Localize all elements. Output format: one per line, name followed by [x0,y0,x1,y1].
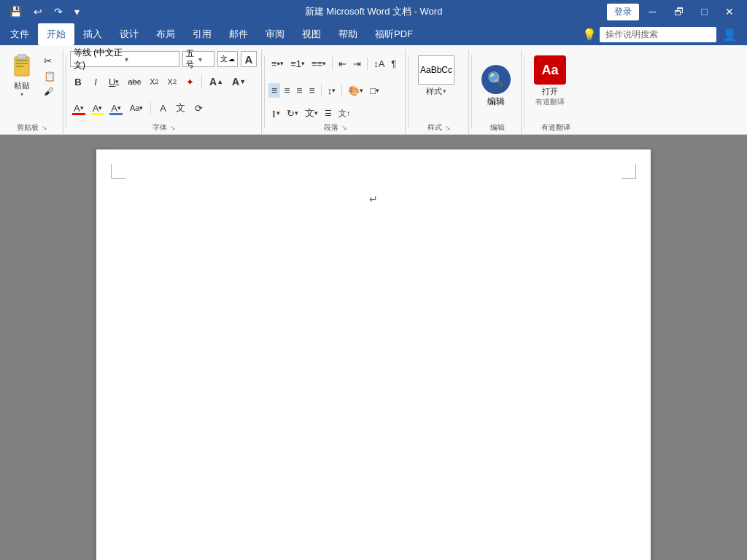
search-box[interactable]: 操作说明搜索 [600,27,716,42]
align-right-button[interactable]: ≡ [293,83,305,98]
multilevel-button[interactable]: ≡≡▾ [309,57,329,71]
save-quick-btn[interactable]: 💾 [6,4,26,19]
borders-button[interactable]: □▾ [367,84,382,98]
shrink-font-button[interactable]: A▼ [228,74,249,89]
cut-button[interactable]: ✂ [41,54,58,68]
youdao-open-label: 打开 [542,86,558,97]
superscript-button[interactable]: X2 [164,76,180,88]
clipboard-sub-buttons: ✂ 📋 🖌 [41,51,58,98]
cursor-mark: ↵ [369,193,378,205]
case-button[interactable]: Aa▾ [126,102,147,114]
styles-expand-icon[interactable]: ▾ [443,88,446,95]
styles-group: AaBbCc 样式 ▾ 样式 ↘ [411,50,469,134]
grow-font-button[interactable]: A▲ [206,74,227,89]
svg-rect-1 [18,55,26,59]
copy-icon: 📋 [44,71,55,82]
svg-rect-2 [16,60,28,61]
line-spacing-button[interactable]: ↕▾ [325,84,339,98]
paste-label: 粘贴 [14,80,30,91]
minimize-button[interactable]: ─ [642,3,664,20]
asian-layout-button[interactable]: 文▾ [302,105,321,121]
font-expand-btn[interactable]: ↘ [169,124,177,131]
dropdown-quick-btn[interactable]: ▾ [71,4,83,19]
sort-button[interactable]: ↕A [371,57,387,71]
underline-button[interactable]: U ▾ [105,75,123,89]
char-border-button[interactable]: A [155,101,171,115]
para-div4 [341,84,342,97]
font-size-arrow: ▾ [198,55,211,63]
menu-layout[interactable]: 布局 [147,23,184,45]
font-yun-button[interactable]: 文 ☁ [217,51,238,67]
font-A-button[interactable]: A [241,51,257,67]
edit-label: 编辑 [487,96,505,108]
window-title: 新建 Microsoft Word 文档 - Word [305,5,443,18]
menu-foxitpdf[interactable]: 福昕PDF [366,23,422,45]
quick-access-toolbar: 💾 ↩ ↷ ▾ [6,4,83,19]
divider2 [264,55,265,128]
columns-button[interactable]: ⫿▾ [268,106,283,120]
italic-button[interactable]: I [88,75,104,89]
text-direction-button[interactable]: ↻▾ [284,106,301,120]
edit-button[interactable]: 🔍 编辑 [476,61,516,112]
bullets-button[interactable]: ≡•▾ [268,57,287,71]
styles-button[interactable]: AaBbCc 样式 ▾ [412,51,460,101]
strikethrough-button[interactable]: abc [124,76,144,88]
para-div2 [367,57,368,70]
font-style-row: B I U ▾ abc X2 X2 ✦ A▲ A▼ [70,69,257,94]
char-spacing-button[interactable]: ⟳ [190,101,206,115]
format-painter-button[interactable]: 🖌 [41,85,58,98]
paste-button[interactable]: 粘贴 ▾ [4,51,39,101]
show-marks-button[interactable]: ¶ [388,57,399,71]
search-lightbulb-icon: 💡 [582,28,597,42]
increase-indent-button[interactable]: ⇥ [350,57,364,71]
paragraph-group-label: 段落 ↘ [267,122,405,133]
highlight-button[interactable]: A ▾ [89,101,107,115]
redo-quick-btn[interactable]: ↷ [50,4,66,19]
close-button[interactable]: ✕ [718,3,741,20]
login-button[interactable]: 登录 [607,4,639,20]
char-shading-button[interactable]: A ▾ [107,101,125,115]
document-page[interactable]: ↵ [96,149,651,560]
clipboard-expand-btn[interactable]: ↘ [40,124,49,131]
menu-home[interactable]: 开始 [38,23,74,45]
menu-mailings[interactable]: 邮件 [220,23,257,45]
paste-icon [10,54,34,80]
asian-phonetics-button[interactable]: 文 [172,100,189,116]
divider1 [66,55,66,128]
menu-file[interactable]: 文件 [1,23,38,45]
maximize-button[interactable]: □ [694,3,715,20]
font-name-selector[interactable]: 等线 (中文正文) ▾ [70,51,179,67]
font-color-row: A ▾ A ▾ A ▾ Aa▾ [70,96,257,120]
youdao-group-label: 有道翻译 [527,122,585,133]
font-color-button[interactable]: A ▾ [70,101,88,115]
font-size-selector[interactable]: 五号 ▾ [182,51,214,67]
justify-button[interactable]: ≡ [306,83,318,98]
styles-expand-btn[interactable]: ↘ [444,124,452,131]
youdao-open-button[interactable]: Aa 打开 有道翻译 [528,51,572,112]
shading-button[interactable]: 🎨 ▾ [345,84,366,98]
subscript-button[interactable]: X2 [146,76,162,88]
user-icon[interactable]: 👤 [719,26,740,43]
undo-quick-btn[interactable]: ↩ [30,4,46,19]
window-controls: 登录 ─ 🗗 □ ✕ [607,3,741,20]
highlight-indicator [91,113,104,115]
edit-icon: 🔍 [481,65,511,94]
align-left-button[interactable]: ≡ [268,83,280,98]
copy-button[interactable]: 📋 [41,69,58,83]
menu-help[interactable]: 帮助 [330,23,366,45]
clear-format-button[interactable]: ✦ [182,75,198,89]
menu-references[interactable]: 引用 [184,23,220,45]
restore-button[interactable]: 🗗 [667,3,692,20]
menu-insert[interactable]: 插入 [74,23,111,45]
decrease-indent-button[interactable]: ⇤ [336,57,349,71]
menu-design[interactable]: 设计 [111,23,147,45]
numbering-button[interactable]: ≡1▾ [287,57,308,71]
phonetic-guide-button[interactable]: 文↑ [336,106,354,120]
align-center-button[interactable]: ≡ [281,83,293,98]
paragraph-expand-btn[interactable]: ↘ [340,124,349,131]
combined-chars-button[interactable]: ☰ [322,107,335,120]
menu-review[interactable]: 审阅 [257,23,293,45]
bold-button[interactable]: B [70,75,86,89]
menu-view[interactable]: 视图 [293,23,330,45]
paste-dropdown-arrow[interactable]: ▾ [20,91,23,98]
